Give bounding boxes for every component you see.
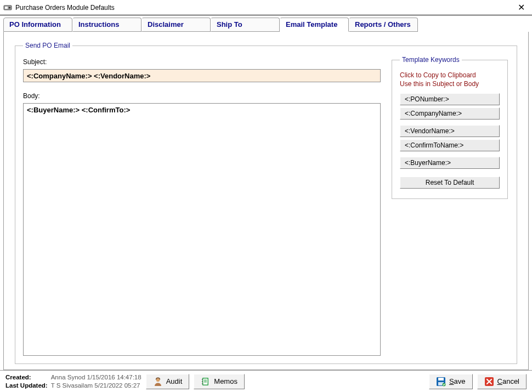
cancel-icon: [484, 377, 494, 387]
svg-point-3: [156, 378, 159, 381]
keyword-vendor-name[interactable]: <:VendorName:>: [400, 125, 500, 137]
subject-input[interactable]: [23, 69, 381, 82]
svg-rect-9: [202, 379, 202, 380]
app-icon: [3, 3, 12, 12]
client-area: PO Information Instructions Disclaimer S…: [0, 15, 532, 370]
tabbody-email-template: Send PO Email Subject: Body: Template Ke…: [3, 32, 529, 370]
svg-rect-1: [5, 7, 8, 9]
close-button[interactable]: ✕: [513, 3, 529, 12]
body-label: Body:: [23, 92, 381, 100]
person-icon: [153, 377, 163, 387]
keyword-confirmto-name[interactable]: <:ConfirmToName:>: [400, 139, 500, 151]
audit-button[interactable]: Audit: [146, 374, 190, 389]
subject-label: Subject:: [23, 58, 381, 66]
keyword-company-name[interactable]: <:CompanyName:>: [400, 107, 500, 120]
tab-instructions[interactable]: Instructions: [72, 18, 142, 32]
template-keywords-group: Template Keywords Click to Copy to Clipb…: [392, 56, 508, 199]
created-label: Created:: [5, 373, 48, 382]
save-button-label: Save: [449, 377, 466, 385]
tab-reports-others[interactable]: Reports / Others: [349, 18, 418, 32]
tabstrip: PO Information Instructions Disclaimer S…: [3, 18, 529, 32]
tab-label: Disclaimer: [148, 20, 184, 29]
window-title: Purchase Orders Module Defaults: [15, 4, 115, 12]
notebook-icon: [201, 377, 211, 387]
tab-ship-to[interactable]: Ship To: [211, 18, 280, 32]
memos-button[interactable]: Memos: [194, 374, 245, 389]
tab-label: Reports / Others: [355, 20, 411, 29]
tab-email-template[interactable]: Email Template: [280, 18, 349, 32]
save-button[interactable]: Save: [429, 374, 473, 389]
body-textarea[interactable]: [23, 103, 381, 356]
send-po-email-group: Send PO Email Subject: Body: Template Ke…: [15, 42, 517, 364]
floppy-save-icon: [436, 377, 446, 387]
svg-rect-10: [202, 381, 202, 382]
memos-button-label: Memos: [214, 377, 237, 385]
reset-to-default-button[interactable]: Reset To Default: [400, 177, 500, 189]
tab-po-information[interactable]: PO Information: [3, 18, 72, 32]
tab-label: Ship To: [217, 20, 242, 29]
tab-label: Email Template: [286, 20, 337, 29]
svg-rect-5: [203, 378, 208, 384]
cancel-button[interactable]: Cancel: [477, 374, 527, 389]
svg-point-2: [9, 7, 10, 8]
keywords-hint-1: Click to Copy to Clipboard: [400, 71, 500, 79]
footer: Created: Anna Synod 1/15/2016 14:47:18 L…: [0, 370, 532, 392]
footer-meta: Created: Anna Synod 1/15/2016 14:47:18 L…: [5, 373, 142, 390]
keyword-po-number[interactable]: <:PONumber:>: [400, 93, 500, 105]
svg-rect-13: [438, 378, 444, 380]
created-value: Anna Synod 1/15/2016 14:47:18: [51, 373, 142, 382]
tab-label: Instructions: [78, 20, 119, 29]
last-updated-value: T S Sivasailam 5/21/2022 05:27: [51, 382, 142, 390]
audit-button-label: Audit: [166, 377, 183, 385]
send-po-email-legend: Send PO Email: [23, 42, 72, 49]
keywords-hint-2: Use this in Subject or Body: [400, 80, 500, 88]
tab-label: PO Information: [9, 20, 61, 29]
keyword-buyer-name[interactable]: <:BuyerName:>: [400, 157, 500, 169]
cancel-button-label: Cancel: [497, 377, 519, 385]
svg-rect-11: [202, 383, 202, 384]
tab-disclaimer[interactable]: Disclaimer: [142, 18, 211, 32]
last-updated-label: Last Updated:: [5, 382, 48, 390]
template-keywords-legend: Template Keywords: [400, 56, 462, 64]
titlebar: Purchase Orders Module Defaults ✕: [0, 0, 532, 15]
